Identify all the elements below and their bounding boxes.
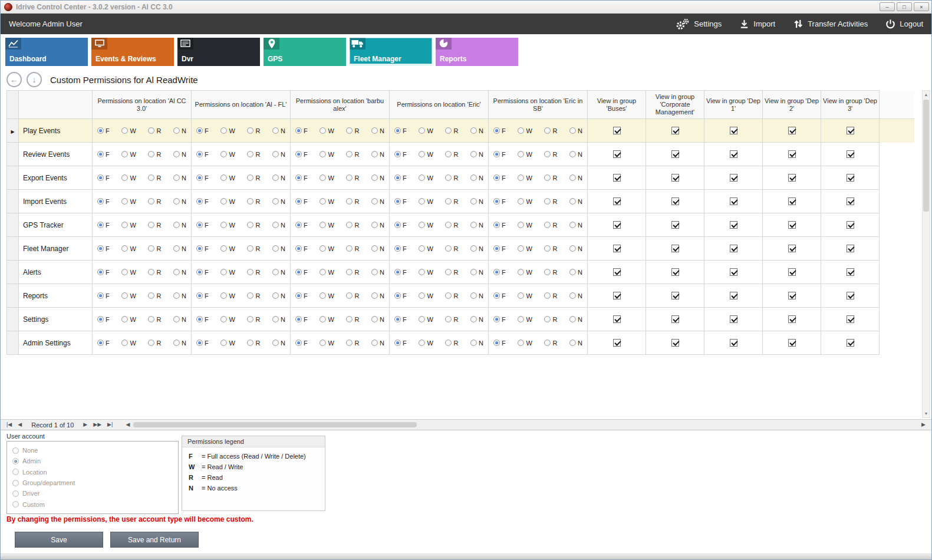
radio-option-r[interactable]: R — [346, 292, 359, 299]
view-group-checkbox[interactable] — [671, 150, 679, 158]
radio-option-f[interactable]: F — [97, 198, 110, 205]
radio-option-r[interactable]: R — [346, 127, 359, 134]
radio-option-w[interactable]: W — [320, 198, 334, 205]
radio-option-n[interactable]: N — [173, 316, 186, 323]
table-row[interactable]: AlertsFWRNFWRNFWRNFWRNFWRN — [7, 261, 915, 284]
radio-option-w[interactable]: W — [220, 269, 235, 276]
permission-column-header[interactable]: Permissions on location 'Eric in SB' — [489, 91, 588, 119]
collapse-button[interactable]: ↓ — [27, 72, 42, 87]
radio-option-n[interactable]: N — [272, 174, 285, 182]
radio-option-w[interactable]: W — [419, 269, 433, 276]
view-group-checkbox[interactable] — [788, 315, 796, 323]
prev-record-button[interactable]: ◀ — [15, 420, 24, 430]
radio-option-r[interactable]: R — [148, 316, 161, 323]
group-column-header[interactable]: View in group 'Dep 2' — [763, 91, 821, 119]
radio-option-n[interactable]: N — [569, 127, 582, 134]
table-row[interactable]: ▶Play EventsFWRNFWRNFWRNFWRNFWRN — [7, 119, 915, 143]
radio-option-w[interactable]: W — [121, 151, 136, 158]
view-group-checkbox[interactable] — [613, 292, 621, 299]
radio-option-f[interactable]: F — [97, 316, 110, 323]
view-group-checkbox[interactable] — [847, 127, 854, 134]
close-button[interactable]: × — [914, 2, 929, 11]
horizontal-scrollbar[interactable]: ◀ ▶ — [123, 420, 928, 429]
radio-option-r[interactable]: R — [544, 151, 557, 158]
group-column-header[interactable]: View in group 'Corporate Management' — [646, 91, 704, 119]
view-group-checkbox[interactable] — [613, 197, 621, 205]
scroll-up-button[interactable]: ▲ — [923, 91, 930, 98]
radio-option-r[interactable]: R — [544, 174, 557, 182]
radio-option-r[interactable]: R — [346, 269, 359, 276]
view-group-checkbox[interactable] — [613, 339, 621, 347]
permission-column-header[interactable]: Permissions on location 'Eric' — [390, 91, 489, 119]
radio-option-f[interactable]: F — [295, 127, 308, 134]
radio-option-f[interactable]: F — [97, 340, 110, 347]
radio-option-f[interactable]: F — [97, 174, 110, 182]
radio-option-r[interactable]: R — [346, 174, 359, 182]
radio-option-w[interactable]: W — [518, 245, 532, 252]
permission-column-header[interactable]: Permissions on location 'Al - FL' — [192, 91, 291, 119]
radio-option-f[interactable]: F — [295, 222, 308, 229]
view-group-checkbox[interactable] — [730, 221, 737, 229]
tab-dashboard[interactable]: Dashboard — [5, 38, 88, 66]
radio-option-f[interactable]: F — [394, 198, 407, 205]
import-button[interactable]: Import — [739, 19, 775, 29]
radio-option-n[interactable]: N — [173, 198, 186, 205]
radio-option-w[interactable]: W — [518, 340, 532, 347]
radio-option-r[interactable]: R — [544, 269, 557, 276]
view-group-checkbox[interactable] — [613, 221, 621, 229]
radio-option-w[interactable]: W — [419, 222, 433, 229]
transfer-activities-button[interactable]: Transfer Activities — [793, 19, 868, 29]
radio-option-f[interactable]: F — [295, 198, 308, 205]
radio-option-n[interactable]: N — [569, 174, 582, 182]
radio-option-r[interactable]: R — [445, 174, 458, 182]
radio-option-w[interactable]: W — [220, 340, 235, 347]
radio-option-n[interactable]: N — [272, 245, 285, 252]
radio-option-f[interactable]: F — [196, 245, 209, 252]
radio-option-r[interactable]: R — [247, 198, 260, 205]
radio-option-w[interactable]: W — [121, 269, 136, 276]
radio-option-w[interactable]: W — [220, 151, 235, 158]
radio-option-w[interactable]: W — [320, 316, 334, 323]
radio-option-f[interactable]: F — [493, 127, 506, 134]
radio-option-n[interactable]: N — [272, 340, 285, 347]
radio-option-n[interactable]: N — [371, 151, 384, 158]
table-row[interactable]: Export EventsFWRNFWRNFWRNFWRNFWRN — [7, 166, 915, 190]
view-group-checkbox[interactable] — [847, 174, 854, 182]
radio-option-n[interactable]: N — [272, 269, 285, 276]
back-button[interactable]: ← — [6, 72, 22, 87]
radio-option-r[interactable]: R — [445, 340, 458, 347]
radio-option-n[interactable]: N — [569, 269, 582, 276]
radio-option-f[interactable]: F — [196, 340, 209, 347]
radio-option-w[interactable]: W — [121, 222, 136, 229]
table-row[interactable]: Admin SettingsFWRNFWRNFWRNFWRNFWRN — [7, 331, 915, 355]
radio-option-f[interactable]: F — [295, 292, 308, 299]
hscroll-track[interactable] — [132, 421, 919, 429]
radio-option-f[interactable]: F — [394, 222, 407, 229]
view-group-checkbox[interactable] — [671, 221, 679, 229]
radio-option-n[interactable]: N — [470, 198, 483, 205]
radio-option-f[interactable]: F — [97, 245, 110, 252]
tab-dvr[interactable]: Dvr — [177, 38, 260, 66]
radio-option-r[interactable]: R — [346, 340, 359, 347]
radio-option-r[interactable]: R — [247, 340, 260, 347]
view-group-checkbox[interactable] — [730, 197, 737, 205]
account-type-custom[interactable]: Custom — [12, 501, 173, 508]
next-page-button[interactable]: ▶▶ — [91, 420, 104, 430]
permission-column-header[interactable]: Permissions on location 'barbu alex' — [291, 91, 390, 119]
radio-option-n[interactable]: N — [173, 340, 186, 347]
radio-option-f[interactable]: F — [394, 127, 407, 134]
radio-option-r[interactable]: R — [247, 316, 260, 323]
table-row[interactable]: ReportsFWRNFWRNFWRNFWRNFWRN — [7, 284, 915, 308]
radio-option-w[interactable]: W — [220, 174, 235, 182]
radio-option-f[interactable]: F — [295, 245, 308, 252]
radio-option-n[interactable]: N — [173, 292, 186, 299]
table-row[interactable]: Import EventsFWRNFWRNFWRNFWRNFWRN — [7, 190, 915, 213]
radio-option-w[interactable]: W — [419, 292, 433, 299]
radio-option-r[interactable]: R — [346, 222, 359, 229]
radio-option-n[interactable]: N — [470, 316, 483, 323]
radio-option-r[interactable]: R — [544, 245, 557, 252]
radio-option-w[interactable]: W — [220, 198, 235, 205]
radio-option-w[interactable]: W — [320, 245, 334, 252]
radio-option-r[interactable]: R — [346, 245, 359, 252]
radio-option-w[interactable]: W — [220, 127, 235, 134]
